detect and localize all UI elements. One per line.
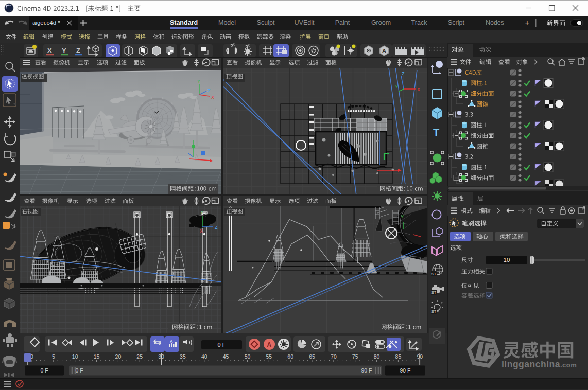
svg-text:X: X [200, 228, 203, 234]
svg-text:Y: Y [401, 214, 404, 219]
svg-text:Y: Y [200, 210, 203, 215]
svg-text:Z: Z [215, 225, 218, 230]
svg-text:Y: Y [197, 79, 200, 84]
svg-text:X: X [417, 87, 420, 92]
svg-text:Z: Z [207, 88, 211, 93]
svg-text:X: X [211, 95, 214, 100]
svg-text:Z: Z [402, 71, 405, 76]
svg-text:Y: Y [395, 84, 398, 90]
